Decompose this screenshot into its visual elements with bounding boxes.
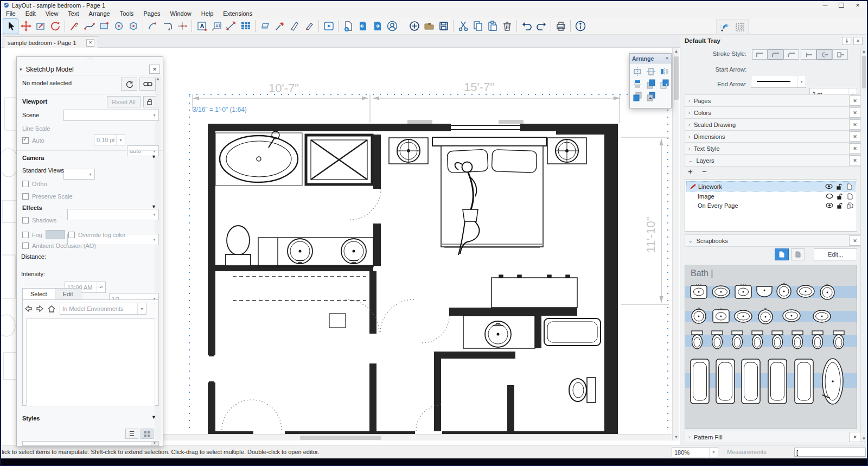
line-tool-icon[interactable] [67,19,82,34]
link-button[interactable] [139,78,156,91]
back-icon[interactable] [25,305,32,312]
section-close-icon[interactable]: ✕ [849,155,861,165]
section-pattern-fill[interactable]: ›Pattern Fill✕ [685,431,865,443]
add-page-icon[interactable] [341,19,355,34]
forward-icon[interactable] [36,305,43,312]
tray-close-icon[interactable]: ✕ [853,37,863,45]
section-close-icon[interactable]: ✕ [849,143,861,154]
freehand-tool-icon[interactable] [82,19,97,34]
flip-horizontal-icon[interactable] [659,66,671,77]
layer-row-on-every-page[interactable]: On Every Page [686,201,856,210]
arrange-panel-close-icon[interactable]: ✕ [665,56,669,61]
standard-views-select[interactable]: ▾ [67,209,159,220]
lock-icon[interactable] [143,96,156,107]
butt-cap-icon[interactable] [801,49,816,60]
bring-forward-icon[interactable] [659,79,671,90]
menu-view[interactable]: View [41,10,63,17]
menu-extensions[interactable]: Extensions [218,10,257,17]
effects-collapse-icon[interactable]: ▼ [151,204,156,209]
section-close-icon[interactable]: ✕ [849,235,861,246]
section-layers[interactable]: ⌄Layers✕ [685,154,865,167]
pin-icon[interactable] [842,37,851,45]
layer-row-linework[interactable]: Linework [686,181,856,191]
scrapbook-reference-button[interactable] [791,248,805,260]
pen-tool-icon[interactable] [287,19,302,34]
section-scrapbooks[interactable]: ⌄Scrapbooks✕ [685,234,865,247]
eraser-tool-icon[interactable] [258,19,272,34]
visible-eye-icon[interactable] [825,202,833,209]
section-close-icon[interactable]: ✕ [849,432,861,442]
auto-select[interactable]: ▾ [63,169,95,180]
cut-icon[interactable] [456,19,470,34]
menu-file[interactable]: File [1,10,21,17]
tab-edit[interactable]: Edit [55,288,81,300]
rectangle-tool-icon[interactable] [97,19,111,34]
scroll-down-icon[interactable]: ▼ [861,436,867,441]
tab-select[interactable]: Select [22,288,55,300]
scroll-down-icon[interactable]: ▼ [673,435,680,439]
copy-icon[interactable] [470,19,485,34]
unlocked-icon[interactable] [835,183,843,190]
override-fog-checkbox[interactable] [68,232,75,238]
send-to-back-icon[interactable] [646,91,658,102]
send-backward-icon[interactable] [632,91,644,102]
scene-select[interactable]: ▾ [63,110,159,121]
panel-drag-handle[interactable]: ⁝⁝⁝⁝ [17,57,163,62]
scrapbook-preview[interactable]: Bath | [685,265,857,429]
label-tool-icon[interactable]: A1 [209,19,224,34]
scroll-up-icon[interactable]: ▲ [861,49,867,54]
next-page-icon[interactable] [370,19,385,34]
open-icon[interactable] [422,19,436,34]
section-text-style[interactable]: ›Text Style✕ [685,142,865,155]
delete-icon[interactable] [500,19,514,34]
snap-magnet-icon[interactable] [718,20,732,34]
fog-checkbox[interactable] [22,232,29,238]
menu-pages[interactable]: Pages [138,10,165,17]
visible-eye-icon[interactable] [825,183,833,190]
miter-corner-icon[interactable] [752,49,768,60]
eyedropper-tool-icon[interactable] [272,19,287,34]
undo-icon[interactable] [519,19,534,34]
maximize-button[interactable] [833,1,850,9]
section-pages[interactable]: ›Pages✕ [685,94,865,107]
start-arrow-style-select[interactable]: ▾ [751,75,806,88]
scrapbook-edit-button[interactable]: Edit... [814,248,857,260]
scale-tool-icon[interactable] [33,19,48,34]
home-icon[interactable] [48,305,55,312]
circle-tool-icon[interactable] [111,19,126,34]
redo-icon[interactable] [534,19,548,34]
scroll-down-icon[interactable]: ▼ [151,442,158,445]
rotate-tool-icon[interactable] [48,19,62,34]
account-icon[interactable] [385,19,399,34]
remove-layer-button[interactable]: − [702,167,707,176]
close-button[interactable]: ✕ [850,1,866,9]
add-layer-button[interactable]: + [688,167,693,176]
styles-collapse-icon[interactable]: ▼ [151,414,156,420]
line-scale-value-select[interactable]: 0.10 pt▾ [94,135,125,145]
unlocked-icon[interactable] [835,193,844,200]
paste-icon[interactable] [485,19,500,34]
grid-view-icon[interactable] [141,429,154,439]
ambient-occlusion-checkbox[interactable] [22,242,29,249]
polygon-tool-icon[interactable] [126,19,141,34]
grid-icon[interactable] [732,20,747,34]
zoom-select[interactable]: 180%▾ [672,447,718,457]
menu-tools[interactable]: Tools [115,10,139,17]
table-tool-icon[interactable] [238,19,253,34]
start-presentation-icon[interactable] [321,19,336,34]
arc-tool-icon[interactable] [145,19,160,34]
section-dimensions[interactable]: ›Dimensions✕ [685,130,865,143]
fog-color-swatch[interactable] [46,230,65,239]
document-tab[interactable]: sample bedroom - Page 1 ✕ [4,36,98,48]
round-corner-icon[interactable] [768,49,783,60]
round-cap-icon[interactable] [816,49,832,60]
menu-arrange[interactable]: Arrange [84,10,115,17]
list-view-icon[interactable]: ☰ [125,429,138,439]
section-close-icon[interactable]: ✕ [849,131,861,142]
minimize-button[interactable]: — [817,1,833,9]
tab-close-icon[interactable]: ✕ [86,39,94,47]
menu-help[interactable]: Help [196,10,219,17]
marker-tool-icon[interactable] [302,19,316,34]
section-close-icon[interactable]: ✕ [849,119,861,130]
menu-text[interactable]: Text [63,10,84,17]
